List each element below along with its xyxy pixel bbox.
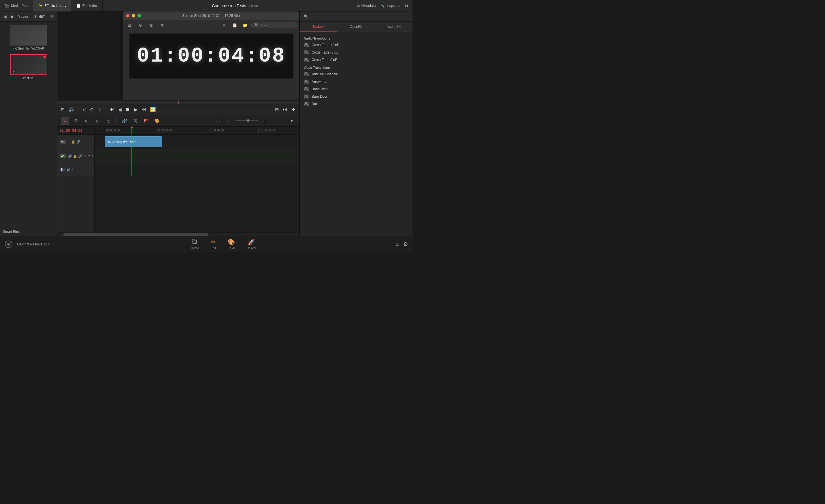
media-item-timeline1[interactable]: ⊟ Timeline 1: [10, 54, 47, 80]
tab-media-pool[interactable]: 🎬 Media Pool: [0, 0, 33, 11]
tab-toolbox[interactable]: Toolbox: [300, 22, 337, 32]
unlink-tool[interactable]: ⛓: [131, 116, 140, 125]
play-button[interactable]: ▶: [134, 107, 138, 112]
folder-button[interactable]: 📁: [241, 21, 249, 29]
v1-monitor-icon[interactable]: ⊟: [68, 140, 70, 144]
go-to-start-button[interactable]: ⏮: [109, 107, 114, 112]
zoom-out-tool[interactable]: ⊖: [225, 116, 233, 125]
fx-box[interactable]: Box: [300, 100, 412, 108]
v1-link-icon[interactable]: 🔗: [76, 140, 80, 144]
video-transitions-title: Video Transitions: [300, 64, 412, 70]
media-item-4k-grain[interactable]: 4K Grain by IWLTBAP: [10, 25, 47, 50]
music-button[interactable]: ♪: [277, 116, 285, 125]
jog-button[interactable]: ⊙: [90, 107, 94, 112]
tab-audiofx[interactable]: Audio FX: [375, 22, 412, 32]
a1-track-area[interactable]: [94, 149, 299, 163]
a1-gain-value: 2.0: [88, 154, 92, 158]
a1-label: A1: [60, 154, 66, 158]
blade-tool[interactable]: ⊞: [82, 116, 91, 125]
fx-barn-door[interactable]: Barn Door: [300, 93, 412, 100]
fx-band-wipe[interactable]: Band Wipe: [300, 85, 412, 93]
prev-edit-button[interactable]: ⏮: [291, 107, 296, 112]
volume-button[interactable]: 🔊: [68, 107, 74, 112]
a1-link-icon[interactable]: 🔗: [78, 154, 82, 158]
track-a1-content: [94, 149, 299, 163]
nav-edit[interactable]: ✂ Edit: [211, 239, 216, 250]
v1-lock-icon[interactable]: 🔒: [71, 140, 75, 144]
upload-button[interactable]: ⬆: [33, 14, 39, 19]
clip-4k-grain[interactable]: 4K Grain by IWLTBAP: [105, 136, 162, 147]
edit-icon[interactable]: ✏: [220, 21, 228, 29]
monitor-button[interactable]: ⊡: [61, 107, 64, 112]
a1-vu-icon[interactable]: ↻: [83, 154, 86, 158]
grid-button[interactable]: ⊞: [214, 116, 222, 125]
a1-lock-icon[interactable]: 🔒: [73, 154, 77, 158]
expand-button[interactable]: ⊡: [405, 4, 408, 8]
share-button[interactable]: ⬆: [158, 21, 166, 29]
ruler-label-1: 01:00:08:00: [158, 129, 173, 132]
fx-additive-dissolve[interactable]: Additive Dissolve: [300, 70, 412, 78]
a1-audio-icon[interactable]: 🔊: [68, 154, 72, 158]
fx-arrow-iris[interactable]: Arrow Iris: [300, 78, 412, 85]
reverse-button[interactable]: ◀: [118, 107, 122, 112]
prev-frame-button[interactable]: ◁: [82, 107, 86, 112]
home-button[interactable]: ⌂: [396, 241, 399, 247]
playhead-scrubber[interactable]: [57, 100, 299, 104]
trim-tool[interactable]: ⧉: [72, 116, 80, 125]
copy-button[interactable]: 📋: [231, 21, 239, 29]
next-edit-button[interactable]: ⏭: [283, 107, 287, 112]
pointer-tool[interactable]: ▲: [61, 116, 69, 125]
track-v1-content: 4K Grain by IWLTBAP: [94, 135, 299, 149]
fullscreen-button[interactable]: ⊟: [275, 107, 279, 112]
tools-separator-3: [273, 117, 273, 124]
dynamic-trim-tool[interactable]: ⊡: [93, 116, 102, 125]
edit-index-label: Edit Index: [82, 4, 98, 8]
link-tool[interactable]: 🔗: [120, 116, 129, 125]
nav-deliver[interactable]: 🚀 Deliver: [247, 239, 256, 250]
zoom-slider[interactable]: [235, 116, 258, 125]
effects-search-button[interactable]: 🔍: [302, 13, 310, 21]
timeline-scrollbar-thumb[interactable]: [63, 233, 208, 236]
media-thumb-timeline1-label: Timeline 1: [21, 76, 35, 80]
timeline-area: 01:00:04:08 V1 ⊟ 🔒 🔗 A1 🔊 🔒: [57, 127, 299, 233]
fx-cross-fade-0[interactable]: Cross Fade 0 dB: [300, 56, 412, 64]
settings-button[interactable]: ⚙: [403, 241, 408, 247]
arc-tool[interactable]: ◎: [104, 116, 113, 125]
stop-button[interactable]: ⏹: [126, 107, 130, 112]
forward-button[interactable]: ▶: [10, 14, 15, 19]
v1-label: V1: [60, 140, 66, 144]
timeline-scrollbar[interactable]: [57, 233, 299, 236]
effects-more-button[interactable]: ···: [312, 13, 320, 21]
tab-effects-library[interactable]: ✨ Effects Library: [33, 0, 71, 11]
nav-color[interactable]: 🎨 Color: [227, 239, 235, 250]
inspector-icon: 🔧: [380, 4, 385, 8]
flag-tool[interactable]: 🚩: [142, 116, 150, 125]
go-to-end-button[interactable]: ⏭: [142, 107, 146, 112]
zoom-in-button[interactable]: ⊕: [147, 21, 155, 29]
smart-bins-section[interactable]: Smart Bins: [0, 227, 57, 236]
list-view-button[interactable]: ☰: [49, 14, 55, 19]
timeline-empty-area: [94, 176, 299, 193]
zoom-out-button[interactable]: ⊖: [136, 21, 144, 29]
music-options[interactable]: ▾: [287, 116, 296, 125]
fx-cross-fade-p3[interactable]: Cross Fade +3 dB: [300, 41, 412, 49]
fx-cross-fade-m3[interactable]: Cross Fade -3 dB: [300, 49, 412, 56]
color-tool[interactable]: 🎨: [153, 116, 161, 125]
m-track-area[interactable]: [94, 163, 299, 176]
tab-openfx[interactable]: OpenFX: [337, 22, 375, 32]
m-audio-icon[interactable]: 🔊: [66, 168, 70, 172]
loop-button[interactable]: 🔁: [150, 107, 156, 112]
center-panel: Screen Shot 2016-12-31 at 16.25.40 ▾ ⊡ ⊖…: [57, 11, 299, 236]
inspector-button[interactable]: 🔧 Inspector: [380, 4, 400, 8]
back-button[interactable]: ◀: [2, 14, 8, 19]
metadata-button[interactable]: 🏷 Metadata: [356, 4, 376, 8]
view-mode-button[interactable]: ⊡: [126, 21, 134, 29]
media-thumb-4k-grain-label: 4K Grain by IWLTBAP: [13, 47, 44, 50]
m-vu-icon[interactable]: ↻: [72, 168, 74, 172]
preview-search-box[interactable]: 🔍 Search: [251, 22, 297, 28]
v1-track-area[interactable]: 4K Grain by IWLTBAP: [94, 135, 299, 149]
tab-edit-index[interactable]: 📋 Edit Index: [71, 0, 102, 11]
zoom-in-tool[interactable]: ⊕: [261, 116, 269, 125]
next-frame-button[interactable]: ▷: [98, 107, 101, 112]
nav-media[interactable]: 🖼 Media: [191, 239, 199, 250]
